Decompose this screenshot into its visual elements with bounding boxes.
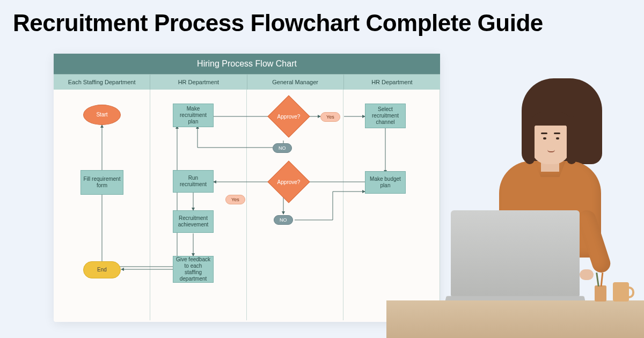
swimlane-header-row: Each Staffing Department HR Department G…	[54, 74, 440, 90]
eyebrow-shape	[554, 133, 560, 134]
flowchart-card: Hiring Process Flow Chart Each Staffing …	[54, 54, 440, 322]
node-approve-2: Approve?	[274, 167, 304, 197]
label-no-2: NO	[274, 215, 293, 225]
swimlane-header: HR Department	[150, 75, 247, 90]
swimlane-header: General Manager	[247, 75, 344, 90]
node-make-plan: Make recruitment plan	[173, 104, 214, 127]
hair-shape	[530, 112, 572, 126]
eye-shape	[556, 137, 559, 139]
node-fill-requirement: Fill requirement form	[80, 170, 123, 195]
node-start: Start	[83, 105, 121, 125]
desk-shape	[386, 300, 644, 338]
diamond-label: Approve?	[274, 101, 304, 131]
flowchart-title: Hiring Process Flow Chart	[54, 54, 440, 74]
node-run-recruitment: Run recruitment	[173, 170, 214, 193]
swimlane-header: HR Department	[344, 75, 440, 90]
node-feedback: Give feedback to each staffing departmen…	[173, 256, 214, 283]
label-yes-1: Yes	[320, 112, 340, 122]
node-approve-1: Approve?	[274, 101, 304, 131]
hair-shape	[525, 116, 535, 164]
mug-icon	[613, 282, 629, 302]
swimlane-body: Start Fill requirement form End Make rec…	[54, 90, 440, 320]
eye-shape	[543, 137, 546, 139]
node-achievement: Recruitment achievement	[173, 210, 214, 233]
label-no-1: NO	[273, 143, 292, 153]
swimlane-header: Each Staffing Department	[54, 75, 150, 90]
pencil-cup-icon	[595, 285, 606, 302]
laptop-screen	[451, 210, 580, 296]
hand-shape	[580, 269, 594, 280]
hair-shape	[567, 116, 576, 164]
page-title: Recruitment Process Flowchart Complete G…	[0, 0, 644, 36]
diamond-label: Approve?	[274, 167, 304, 197]
person-illustration	[386, 113, 644, 338]
label-yes-2: Yes	[225, 195, 245, 204]
eyebrow-shape	[541, 133, 547, 134]
node-end: End	[83, 261, 121, 278]
